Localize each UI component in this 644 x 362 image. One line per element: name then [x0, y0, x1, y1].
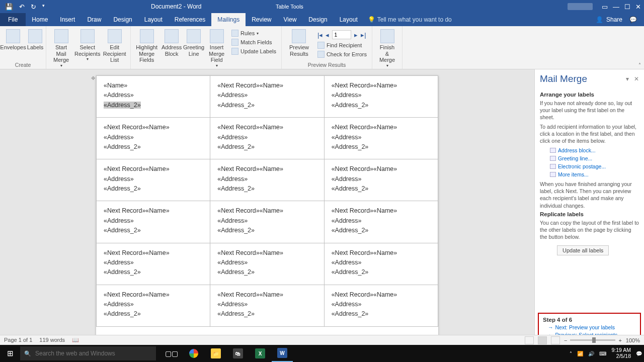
- web-layout-icon[interactable]: [551, 336, 560, 344]
- link-electronic-postage[interactable]: Electronic postage...: [550, 162, 639, 170]
- label-cell[interactable]: «Next Record»«Name»«Address»«Address_2»: [210, 159, 324, 201]
- taskbar-excel[interactable]: X: [250, 345, 271, 362]
- label-cell[interactable]: «Next Record»«Name»«Address»«Address_2»: [210, 118, 324, 159]
- label-cell[interactable]: «Next Record»«Name»«Address»«Address_2»: [210, 76, 324, 118]
- page-indicator[interactable]: Page 1 of 1: [4, 337, 32, 343]
- label-cell[interactable]: «Name»«Address»«Address_2»: [97, 76, 210, 118]
- tray-network-icon[interactable]: 📶: [577, 351, 583, 356]
- spell-check-icon[interactable]: 📖: [72, 337, 79, 343]
- tab-references[interactable]: References: [169, 13, 211, 26]
- start-button[interactable]: ⊞: [0, 349, 20, 358]
- last-record-icon[interactable]: ▸|: [361, 31, 366, 39]
- share-button[interactable]: 👤 Share 💬: [589, 13, 644, 26]
- link-address-block[interactable]: Address block...: [550, 146, 639, 154]
- label-cell[interactable]: «Next Record»«Name»«Address»«Address_2»: [210, 243, 324, 285]
- link-greeting-line[interactable]: Greeting line...: [550, 154, 639, 162]
- prev-record-icon[interactable]: ◂: [326, 31, 329, 39]
- find-recipient-button[interactable]: Find Recipient: [315, 41, 369, 49]
- comments-icon[interactable]: 💬: [629, 16, 637, 23]
- edit-recipient-list-button[interactable]: Edit Recipient List: [102, 28, 127, 64]
- tab-review[interactable]: Review: [246, 13, 277, 26]
- finish-merge-button[interactable]: Finish & Merge▾: [375, 28, 399, 69]
- taskbar-folder[interactable]: 📁: [205, 345, 226, 362]
- tab-mailings[interactable]: Mailings: [211, 13, 246, 26]
- collapse-ribbon-icon[interactable]: ˄: [638, 62, 641, 68]
- insert-merge-field-button[interactable]: Insert Merge Field▾: [206, 28, 227, 69]
- tab-table-layout[interactable]: Layout: [334, 13, 364, 26]
- read-mode-icon[interactable]: [525, 336, 534, 344]
- tray-up-icon[interactable]: ˄: [570, 351, 572, 356]
- update-labels-button[interactable]: Update Labels: [229, 47, 278, 55]
- pane-close-icon[interactable]: ✕: [634, 75, 639, 82]
- label-cell[interactable]: «Next Record»«Name»«Address»«Address_2»: [324, 285, 438, 326]
- match-fields-button[interactable]: Match Fields: [229, 38, 278, 46]
- document-area[interactable]: ✥ «Name»«Address»«Address_2»«Next Record…: [0, 69, 534, 345]
- tab-file[interactable]: File: [0, 13, 26, 26]
- taskbar-word[interactable]: W: [272, 345, 293, 362]
- taskbar-search[interactable]: 🔍: [20, 346, 156, 360]
- close-icon[interactable]: ✕: [635, 3, 641, 11]
- select-recipients-button[interactable]: Select Recipients▾: [75, 28, 100, 62]
- next-record-icon[interactable]: ▸: [354, 31, 358, 39]
- label-cell[interactable]: «Next Record»«Name»«Address»«Address_2»: [97, 201, 210, 243]
- undo-icon[interactable]: ↶: [19, 3, 25, 11]
- tray-volume-icon[interactable]: 🔊: [588, 351, 594, 356]
- tab-design[interactable]: Design: [107, 13, 138, 26]
- rules-button[interactable]: Rules ▾: [229, 29, 278, 37]
- taskbar-search-input[interactable]: [35, 350, 152, 357]
- tab-table-design[interactable]: Design: [302, 13, 333, 26]
- word-count[interactable]: 119 words: [39, 337, 65, 343]
- label-cell[interactable]: «Next Record»«Name»«Address»«Address_2»: [97, 118, 210, 159]
- label-cell[interactable]: «Next Record»«Name»«Address»«Address_2»: [324, 159, 438, 201]
- preview-results-button[interactable]: Preview Results: [285, 28, 313, 58]
- user-account[interactable]: [568, 3, 593, 10]
- notifications-icon[interactable]: 💬: [636, 351, 642, 356]
- task-view-icon[interactable]: ▢▢: [161, 345, 182, 362]
- zoom-slider[interactable]: − +: [564, 337, 622, 343]
- envelopes-button[interactable]: Envelopes: [3, 28, 23, 52]
- zoom-level[interactable]: 100%: [626, 337, 640, 343]
- print-layout-icon[interactable]: [538, 336, 547, 344]
- redo-icon[interactable]: ↻: [31, 3, 36, 11]
- first-record-icon[interactable]: |◂: [317, 31, 323, 39]
- link-more-items[interactable]: More items...: [550, 170, 639, 178]
- tray-input-icon[interactable]: ⌨: [599, 351, 606, 356]
- minimize-icon[interactable]: —: [613, 3, 619, 11]
- zoom-in-icon[interactable]: +: [618, 337, 621, 343]
- address-block-button[interactable]: Address Block: [162, 28, 182, 58]
- tab-view[interactable]: View: [278, 13, 303, 26]
- update-all-labels-button[interactable]: Update all labels: [557, 245, 609, 255]
- label-cell[interactable]: «Next Record»«Name»«Address»«Address_2»: [324, 243, 438, 285]
- label-cell[interactable]: «Next Record»«Name»«Address»«Address_2»: [324, 118, 438, 159]
- label-cell[interactable]: «Next Record»«Name»«Address»«Address_2»: [97, 243, 210, 285]
- clock[interactable]: 9:19 AM2/5/18: [611, 347, 631, 359]
- greeting-line-button[interactable]: Greeting Line: [184, 28, 204, 58]
- tab-insert[interactable]: Insert: [54, 13, 81, 26]
- save-icon[interactable]: 💾: [5, 3, 13, 11]
- label-cell[interactable]: «Next Record»«Name»«Address»«Address_2»: [97, 285, 210, 326]
- next-step-link[interactable]: →Next: Preview your labels: [543, 323, 636, 330]
- tab-layout[interactable]: Layout: [138, 13, 169, 26]
- start-mail-merge-button[interactable]: Start Mail Merge▾: [49, 28, 73, 69]
- tab-draw[interactable]: Draw: [81, 13, 107, 26]
- label-cell[interactable]: «Next Record»«Name»«Address»«Address_2»: [324, 76, 438, 118]
- label-cell[interactable]: «Next Record»«Name»«Address»«Address_2»: [210, 285, 324, 326]
- ribbon-options-icon[interactable]: ▭: [602, 3, 608, 11]
- taskbar-chrome[interactable]: [183, 345, 204, 362]
- tab-home[interactable]: Home: [26, 13, 54, 26]
- pane-options-icon[interactable]: ▾: [626, 75, 629, 82]
- label-cell[interactable]: «Next Record»«Name»«Address»«Address_2»: [210, 201, 324, 243]
- record-number-input[interactable]: [332, 30, 351, 39]
- label-cell[interactable]: «Next Record»«Name»«Address»«Address_2»: [97, 159, 210, 201]
- labels-button[interactable]: Labels: [25, 28, 45, 52]
- qat-dropdown-icon[interactable]: ▾: [42, 3, 45, 11]
- table-move-handle-icon[interactable]: ✥: [91, 75, 95, 81]
- zoom-out-icon[interactable]: −: [564, 337, 567, 343]
- check-errors-button[interactable]: Check for Errors: [315, 50, 369, 58]
- highlight-fields-button[interactable]: Highlight Merge Fields: [134, 28, 159, 64]
- taskbar-store[interactable]: 🛍: [227, 345, 249, 362]
- label-cell[interactable]: «Next Record»«Name»«Address»«Address_2»: [324, 201, 438, 243]
- check-icon: [317, 51, 325, 58]
- tell-me[interactable]: 💡Tell me what you want to do: [368, 13, 452, 26]
- maximize-icon[interactable]: ☐: [624, 3, 630, 11]
